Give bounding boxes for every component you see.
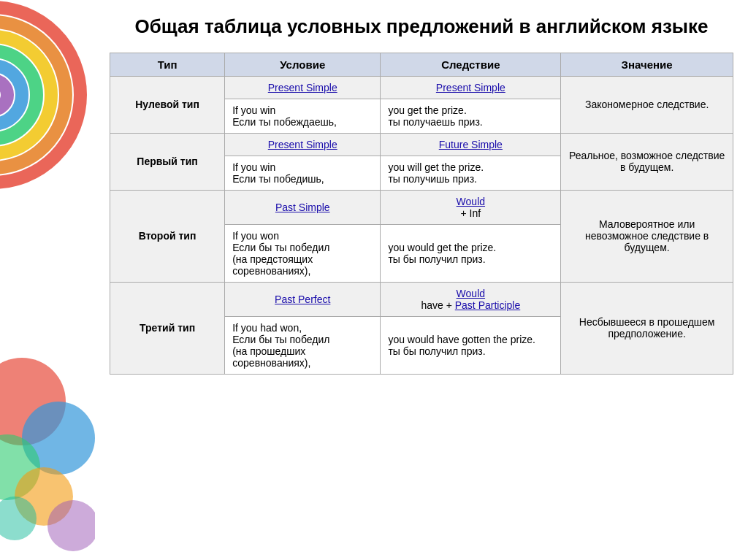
present-simple-consequence-zero: Present Simple: [388, 82, 553, 93]
meaning-zero: Закономерное следствие.: [561, 76, 733, 133]
svg-point-0: [0, 7, 80, 183]
header-type: Тип: [110, 53, 225, 76]
would-have-link: Would: [388, 288, 553, 299]
condition-first: If you winЕсли ты победишь,: [225, 156, 381, 190]
type-label-first: Первый тип: [110, 133, 225, 190]
formula-condition-first: Present Simple: [225, 133, 381, 156]
table-row: Третий тип Past Perfect Would have + Pas…: [110, 282, 733, 316]
would-link: Would: [388, 196, 553, 207]
page-title: Общая таблица условных предложений в анг…: [110, 15, 733, 39]
svg-point-6: [0, 358, 66, 445]
svg-point-10: [47, 500, 95, 551]
condition-second: If you wonЕсли бы ты победил(на предстоя…: [225, 224, 381, 282]
meaning-third: Несбывшееся в прошедшем предположение.: [561, 282, 733, 374]
type-label-third: Третий тип: [110, 282, 225, 374]
formula-consequence-second: Would + Inf: [381, 190, 561, 224]
meaning-second: Маловероятное или невозможное следствие …: [561, 190, 733, 282]
table-row: Первый тип Present Simple Future Simple …: [110, 133, 733, 156]
header-meaning: Значение: [561, 53, 733, 76]
table-row: Нулевой тип Present Simple Present Simpl…: [110, 76, 733, 99]
formula-condition-second: Past Simple: [225, 190, 381, 224]
meaning-first: Реальное, возможное следствие в будущем.: [561, 133, 733, 190]
formula-condition-third: Past Perfect: [225, 282, 381, 316]
header-condition: Условие: [225, 53, 381, 76]
svg-point-2: [0, 37, 51, 153]
condition-third: If you had won,Если бы ты победил(на про…: [225, 316, 381, 374]
formula-consequence-zero: Present Simple: [381, 76, 561, 99]
svg-point-11: [0, 496, 37, 540]
past-perfect-condition-third: Past Perfect: [232, 294, 373, 305]
consequence-first: you will get the prize.ты получишь приз.: [381, 156, 561, 190]
svg-point-9: [15, 467, 73, 526]
past-simple-condition-second: Past Simple: [232, 202, 373, 213]
conditional-table: Тип Условие Следствие Значение Нулевой т…: [110, 53, 733, 375]
future-simple-consequence-first: Future Simple: [388, 139, 553, 150]
type-label-second: Второй тип: [110, 190, 225, 282]
table-row: Второй тип Past Simple Would + Inf Малов…: [110, 190, 733, 224]
consequence-third: you would have gotten the prize.ты бы по…: [381, 316, 561, 374]
svg-point-1: [0, 22, 66, 168]
consequence-zero: you get the prize.ты получаешь приз.: [381, 99, 561, 133]
past-participle-link: Past Participle: [455, 299, 520, 311]
formula-consequence-first: Future Simple: [381, 133, 561, 156]
condition-zero: If you winЕсли ты побеждаешь,: [225, 99, 381, 133]
formula-consequence-third: Would have + Past Participle: [381, 282, 561, 316]
svg-point-8: [0, 434, 40, 500]
svg-point-7: [22, 402, 95, 475]
svg-point-4: [0, 66, 22, 124]
svg-point-3: [0, 51, 37, 139]
type-label-zero: Нулевой тип: [110, 76, 225, 133]
consequence-second: you would get the prize.ты бы получил пр…: [381, 224, 561, 282]
svg-point-5: [0, 80, 7, 110]
present-simple-condition-zero: Present Simple: [232, 82, 373, 93]
header-consequence: Следствие: [381, 53, 561, 76]
present-simple-condition-first: Present Simple: [232, 139, 373, 150]
formula-condition-zero: Present Simple: [225, 76, 381, 99]
